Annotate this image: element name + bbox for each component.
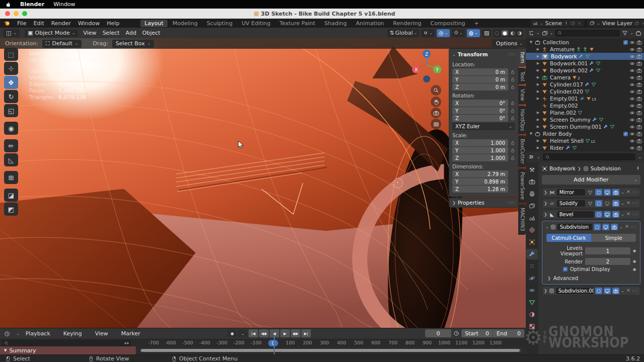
render-visibility-icon[interactable] (636, 75, 642, 80)
breadcrumb-modifier[interactable]: Subdivision (591, 165, 621, 171)
toggle-editmode[interactable] (587, 200, 594, 207)
toggle-cage[interactable] (595, 189, 602, 196)
visibility-eye-icon[interactable] (629, 103, 635, 109)
expand-arrow-icon[interactable]: ▶ (536, 75, 540, 79)
render-levels-field[interactable]: 2 (585, 258, 630, 265)
toggle-viewport[interactable] (604, 211, 611, 218)
shading-mode-2[interactable]: ◐ (511, 30, 515, 36)
timeline-search-input[interactable]: ↔ (2, 340, 131, 346)
add-modifier-button[interactable]: Add Modifier⌄ (542, 175, 640, 185)
type-option-catmullclark[interactable]: Catmull-Clark (546, 234, 591, 242)
value-field-x[interactable]: X2.79 m (452, 170, 508, 177)
properties-tab-material[interactable] (526, 309, 538, 320)
timeline-menu-keying[interactable]: Keying (63, 330, 82, 337)
new-collection-icon[interactable] (635, 30, 641, 36)
expand-arrow-icon[interactable]: ▶ (536, 68, 540, 72)
toggle-cage[interactable] (595, 211, 602, 218)
object-icon[interactable] (542, 166, 547, 171)
viewport-3d[interactable]: ◫⌄ ▣Object Mode⌄ ViewSelectAddObject ⇅Gl… (0, 28, 526, 328)
toggle-viewport[interactable] (604, 288, 611, 294)
animate-dot[interactable]: ● (633, 259, 636, 263)
timeline-ruler[interactable]: ↔ -700-600-500-400-300-200-1001002003004… (0, 339, 526, 346)
delete-modifier-button[interactable] (626, 288, 631, 294)
cursor-tool[interactable]: ⊹ (4, 62, 18, 75)
sidebar-tab-tool[interactable]: Tool (518, 68, 526, 84)
outliner-row-bodywork[interactable]: ▶Bodywork (526, 53, 644, 60)
outliner-row-cylinder-020[interactable]: ▶Cylinder.020 (526, 88, 644, 95)
properties-tab-object[interactable] (526, 237, 538, 247)
value-field-y[interactable]: Y1.000 (452, 147, 508, 154)
jump-to-end-button[interactable]: ▶| (301, 329, 311, 337)
breadcrumb-object[interactable]: Bodywork (549, 165, 576, 171)
visibility-eye-icon[interactable] (629, 82, 635, 87)
sidebar-tab-view[interactable]: View (518, 85, 526, 105)
boxcutter-tool[interactable]: ◩ (4, 203, 18, 216)
drag-handle[interactable]: ∷∷ (631, 225, 637, 229)
delete-modifier-button[interactable] (626, 200, 631, 207)
expand-arrow-icon[interactable]: ▶ (536, 82, 540, 86)
toggle-render[interactable] (612, 211, 619, 218)
visibility-eye-icon[interactable] (629, 131, 635, 137)
expand-arrow-icon[interactable]: ▶ (536, 118, 540, 122)
visibility-eye-icon[interactable] (629, 145, 635, 151)
record-button[interactable]: ● (227, 329, 237, 337)
workspace-tab-sculpting[interactable]: Sculpting (203, 20, 236, 27)
macos-menu-window[interactable]: Window (53, 1, 75, 8)
render-visibility-icon[interactable] (636, 96, 642, 102)
toggle-viewport[interactable] (604, 189, 611, 196)
modifier-name-field[interactable]: Bevel (557, 211, 594, 218)
outliner-row-collection[interactable]: ▼Collection✓ (526, 39, 644, 46)
value-field-z[interactable]: Z1.28 m (452, 186, 508, 193)
expand-arrow-icon[interactable]: ▶ (536, 97, 540, 101)
current-frame-field[interactable]: 0 (425, 329, 451, 337)
render-visibility-icon[interactable] (636, 61, 642, 66)
properties-editor-icon[interactable] (528, 154, 534, 160)
workspace-tab-modeling[interactable]: Modeling (169, 20, 202, 27)
outliner-row-bodywork-001[interactable]: ▶Bodywork.001 (526, 60, 644, 67)
expand-arrow-icon[interactable]: ▼ (529, 132, 533, 136)
subdivision-icon[interactable] (583, 166, 589, 171)
menu-app-name[interactable]: Blender (20, 1, 44, 8)
frame-end-field[interactable]: End0 (493, 330, 524, 337)
display-mode-icon[interactable] (542, 30, 548, 36)
value-field-x[interactable]: X0° (452, 100, 508, 107)
drag-handle[interactable]: ∷∷ (632, 289, 638, 293)
timeline-scrollbar[interactable] (140, 349, 522, 352)
frame-start-field[interactable]: Start0 (461, 330, 493, 337)
outliner-row-rider-body[interactable]: ▼Rider Body✓ (526, 130, 644, 137)
outliner-row-helmet-shell[interactable]: ▶Helmet Shell12 (526, 137, 644, 144)
modifier-name-field[interactable]: Solidify (557, 200, 585, 207)
outliner-search-input[interactable] (555, 30, 620, 37)
drag-handle[interactable]: ∷∷ (632, 201, 638, 206)
auto-keying-clock-icon[interactable] (453, 330, 459, 336)
copy-icon[interactable] (571, 21, 575, 26)
playhead-line[interactable] (274, 335, 275, 355)
drag-handle[interactable]: ∷∷ (632, 212, 638, 217)
visibility-eye-icon[interactable] (629, 96, 635, 102)
value-field-y[interactable]: Y0.898 m (452, 178, 508, 185)
jump-to-start-button[interactable]: |◀ (249, 329, 258, 337)
chevron-down-icon[interactable]: ⌄ (630, 31, 633, 35)
close-icon[interactable] (577, 21, 582, 26)
editor-type-selector[interactable]: ◫⌄ (3, 29, 20, 37)
view-layer-selector[interactable]: ⌄ View Layer (587, 20, 644, 27)
modifier-extras-dropdown[interactable]: ⌄ (621, 212, 624, 217)
visibility-eye-icon[interactable] (629, 40, 635, 45)
sidebar-tab-hardops[interactable]: HardOps (518, 106, 526, 134)
overlays-toggle[interactable]: ◍⌄ (467, 29, 480, 37)
prev-keyframe-button[interactable]: ◀◆ (259, 329, 269, 337)
expand-icon[interactable]: ↔ (124, 340, 129, 346)
properties-tab-constraints[interactable] (526, 285, 538, 296)
value-field-x[interactable]: X1.000 (452, 139, 508, 146)
show-gizmo-toggle[interactable]: ⟐⌄ (452, 29, 464, 37)
chevron-down-icon[interactable]: ⌄ (638, 155, 641, 159)
outliner-row-empty-001[interactable]: ▶Empty.00113 (526, 95, 644, 102)
menu-file[interactable]: File (17, 20, 26, 27)
type-option-simple[interactable]: Simple (591, 234, 636, 242)
outliner-row-bodywork-002[interactable]: ▶Bodywork.002 (526, 67, 644, 74)
render-visibility-icon[interactable] (636, 47, 642, 52)
sidebar-tab-boxcutter[interactable]: BoxCutter (518, 135, 526, 167)
modifier-extras-dropdown[interactable]: ⌄ (621, 201, 624, 206)
animate-dot[interactable]: ● (633, 249, 636, 253)
apple-logo-icon[interactable] (5, 2, 11, 8)
